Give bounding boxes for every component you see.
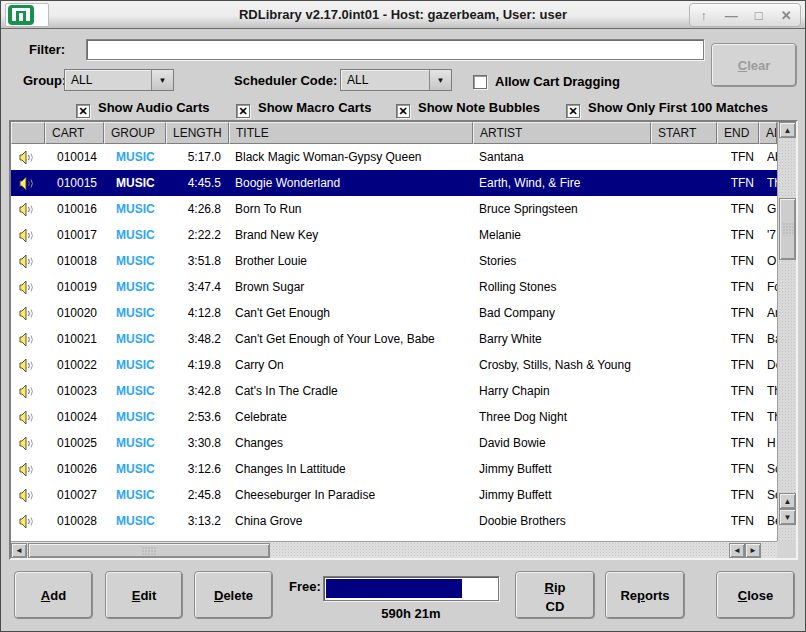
maximize-icon[interactable]: □ bbox=[748, 5, 770, 25]
vertical-scrollbar-thumb[interactable] bbox=[779, 198, 796, 260]
rip-cd-button[interactable]: RipCD bbox=[515, 571, 595, 619]
table-row[interactable]: 010020 MUSIC 4:12.8 Can't Get Enough Bad… bbox=[11, 300, 777, 326]
cart-album: Ab bbox=[759, 150, 777, 164]
cart-album: So bbox=[759, 488, 777, 502]
speaker-icon bbox=[11, 436, 45, 451]
scroll-right-icon[interactable]: ► bbox=[745, 543, 761, 558]
edit-button[interactable]: Edit bbox=[105, 571, 183, 619]
close-icon[interactable]: ✕ bbox=[775, 5, 797, 25]
cart-title: Carry On bbox=[229, 358, 473, 372]
shade-icon[interactable]: ↑ bbox=[693, 5, 715, 25]
cart-number: 010016 bbox=[45, 202, 104, 216]
speaker-icon bbox=[11, 254, 45, 269]
delete-button[interactable]: Delete bbox=[194, 571, 273, 619]
horizontal-scrollbar-thumb[interactable] bbox=[28, 543, 270, 558]
column-header-icon[interactable] bbox=[11, 122, 45, 144]
checkbox-icon[interactable] bbox=[396, 104, 410, 118]
scroll-left-icon[interactable]: ◄ bbox=[729, 543, 745, 558]
cart-end: TFN bbox=[717, 280, 759, 294]
table-row[interactable]: 010022 MUSIC 4:19.8 Carry On Crosby, Sti… bbox=[11, 352, 777, 378]
checkbox-icon[interactable] bbox=[76, 104, 90, 118]
free-space-fill bbox=[326, 579, 462, 598]
allow-cart-dragging-checkbox[interactable]: Allow Cart Dragging bbox=[473, 72, 620, 90]
checkbox-icon[interactable] bbox=[473, 75, 487, 89]
scroll-up-icon[interactable]: ▲ bbox=[779, 122, 796, 138]
cart-title: Celebrate bbox=[229, 410, 473, 424]
cart-number: 010024 bbox=[45, 410, 104, 424]
column-header-length[interactable]: LENGTH bbox=[166, 122, 229, 144]
cart-length: 4:26.8 bbox=[166, 202, 229, 216]
cart-length: 3:30.8 bbox=[166, 436, 229, 450]
table-row[interactable]: 010015 MUSIC 4:45.5 Boogie Wonderland Ea… bbox=[11, 170, 777, 196]
titlebar[interactable]: RDLibrary v2.17.0int01 - Host: gazerbeam… bbox=[1, 1, 805, 29]
show-only-first-100-checkbox[interactable]: Show Only First 100 Matches bbox=[566, 98, 768, 118]
show-macro-carts-checkbox[interactable]: Show Macro Carts bbox=[236, 98, 371, 118]
cart-artist: Doobie Brothers bbox=[473, 514, 651, 528]
speaker-icon bbox=[11, 202, 45, 217]
cart-number: 010018 bbox=[45, 254, 104, 268]
table-row[interactable]: 010027 MUSIC 2:45.8 Cheeseburger In Para… bbox=[11, 482, 777, 508]
cart-length: 3:51.8 bbox=[166, 254, 229, 268]
column-header-title[interactable]: TITLE bbox=[229, 122, 473, 144]
cart-number: 010026 bbox=[45, 462, 104, 476]
column-header-cart[interactable]: CART bbox=[45, 122, 104, 144]
speaker-icon bbox=[11, 332, 45, 347]
clear-button[interactable]: Clear bbox=[711, 43, 797, 87]
table-row[interactable]: 010019 MUSIC 3:47.4 Brown Sugar Rolling … bbox=[11, 274, 777, 300]
table-row[interactable] bbox=[11, 534, 777, 541]
show-audio-carts-checkbox[interactable]: Show Audio Carts bbox=[76, 98, 209, 118]
table-row[interactable]: 010026 MUSIC 3:12.6 Changes In Lattitude… bbox=[11, 456, 777, 482]
scroll-up-icon[interactable]: ▲ bbox=[779, 493, 796, 509]
cart-length: 4:19.8 bbox=[166, 358, 229, 372]
show-note-bubbles-checkbox[interactable]: Show Note Bubbles bbox=[396, 98, 540, 118]
add-button[interactable]: Add bbox=[14, 571, 93, 619]
table-row[interactable]: 010023 MUSIC 3:42.8 Cat's In The Cradle … bbox=[11, 378, 777, 404]
free-space-value: 590h 21m bbox=[323, 606, 499, 621]
table-row[interactable]: 010017 MUSIC 2:22.2 Brand New Key Melani… bbox=[11, 222, 777, 248]
cart-artist: Three Dog Night bbox=[473, 410, 651, 424]
free-label: Free: bbox=[289, 579, 321, 594]
cart-group: MUSIC bbox=[104, 254, 166, 268]
cart-title: Brother Louie bbox=[229, 254, 473, 268]
window-title: RDLibrary v2.17.0int01 - Host: gazerbeam… bbox=[1, 7, 805, 22]
cart-number: 010021 bbox=[45, 332, 104, 346]
minimize-icon[interactable]: — bbox=[720, 5, 742, 25]
cart-album: Ba bbox=[759, 332, 777, 346]
table-row[interactable]: 010021 MUSIC 3:48.2 Can't Get Enough of … bbox=[11, 326, 777, 352]
speaker-icon bbox=[11, 488, 45, 503]
table-row[interactable]: 010018 MUSIC 3:51.8 Brother Louie Storie… bbox=[11, 248, 777, 274]
filter-input[interactable] bbox=[86, 39, 704, 60]
vertical-scrollbar[interactable]: ▲ ▲ ▼ bbox=[777, 122, 796, 541]
table-row[interactable]: 010014 MUSIC 5:17.0 Black Magic Woman-Gy… bbox=[11, 144, 777, 170]
rdlibrary-window: RDLibrary v2.17.0int01 - Host: gazerbeam… bbox=[0, 0, 806, 632]
table-row[interactable]: 010028 MUSIC 3:13.2 China Grove Doobie B… bbox=[11, 508, 777, 534]
column-header-group[interactable]: GROUP bbox=[104, 122, 166, 144]
cart-end: TFN bbox=[717, 254, 759, 268]
rivendell-logo-icon bbox=[5, 3, 49, 27]
scroll-down-icon[interactable]: ▼ bbox=[779, 509, 796, 525]
cart-end: TFN bbox=[717, 514, 759, 528]
speaker-icon bbox=[11, 150, 45, 165]
table-row[interactable]: 010016 MUSIC 4:26.8 Born To Run Bruce Sp… bbox=[11, 196, 777, 222]
cart-length: 3:47.4 bbox=[166, 280, 229, 294]
cart-group: MUSIC bbox=[104, 332, 166, 346]
column-header-start[interactable]: START bbox=[651, 122, 717, 144]
checkbox-icon[interactable] bbox=[566, 104, 580, 118]
close-button[interactable]: Close bbox=[716, 571, 795, 619]
column-header-end[interactable]: END bbox=[717, 122, 759, 144]
reports-button[interactable]: Reports bbox=[605, 571, 685, 619]
cart-length: 3:48.2 bbox=[166, 332, 229, 346]
speaker-icon bbox=[11, 514, 45, 529]
table-row[interactable]: 010025 MUSIC 3:30.8 Changes David Bowie … bbox=[11, 430, 777, 456]
group-select[interactable]: ALL ▼ bbox=[64, 69, 174, 91]
chevron-down-icon: ▼ bbox=[151, 70, 173, 90]
column-header-album[interactable]: ALBUM bbox=[759, 122, 777, 144]
cart-album: De bbox=[759, 358, 777, 372]
cart-number: 010025 bbox=[45, 436, 104, 450]
scroll-left-icon[interactable]: ◄ bbox=[11, 543, 27, 558]
checkbox-icon[interactable] bbox=[236, 104, 250, 118]
scheduler-code-select[interactable]: ALL ▼ bbox=[340, 69, 452, 91]
horizontal-scrollbar[interactable]: ◄ ◄ ► bbox=[11, 541, 777, 558]
column-header-artist[interactable]: ARTIST bbox=[473, 122, 651, 144]
table-row[interactable]: 010024 MUSIC 2:53.6 Celebrate Three Dog … bbox=[11, 404, 777, 430]
